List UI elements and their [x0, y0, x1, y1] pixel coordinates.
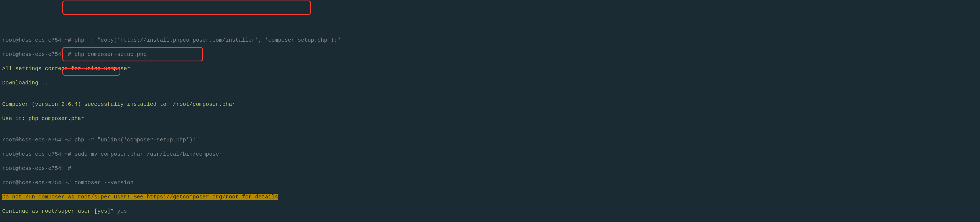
- terminal-line: root@hcss-ecs-e754:~# composer --version: [2, 179, 978, 186]
- shell-prompt: root@hcss-ecs-e754:~#: [2, 151, 71, 157]
- terminal-line: root@hcss-ecs-e754:~#: [2, 165, 978, 172]
- question-text: Continue as root/super user: [2, 208, 94, 214]
- output-line: Composer (version 2.6.4) successfully in…: [2, 101, 978, 108]
- terminal-output[interactable]: root@hcss-ecs-e754:~# php -r "copy('http…: [2, 30, 978, 222]
- output-line: All settings correct for using Composer: [2, 65, 978, 72]
- terminal-line: root@hcss-ecs-e754:~# php -r "unlink('co…: [2, 136, 978, 144]
- terminal-line: root@hcss-ecs-e754:~# php composer-setup…: [2, 51, 978, 58]
- command-text: php -r "copy('https://install.phpcompose…: [71, 37, 340, 43]
- command-text: sudo mv composer.phar /usr/local/bin/com…: [71, 151, 222, 157]
- default-value: [yes]: [94, 208, 111, 214]
- command-text: php composer-setup.php: [71, 51, 146, 57]
- command-text: php -r "unlink('composer-setup.php');": [71, 137, 199, 143]
- question-text: ?: [111, 208, 117, 214]
- output-line: Downloading...: [2, 80, 978, 86]
- terminal-line: root@hcss-ecs-e754:~# php -r "copy('http…: [2, 37, 978, 44]
- user-input: yes: [117, 208, 127, 214]
- terminal-line: root@hcss-ecs-e754:~# sudo mv composer.p…: [2, 151, 978, 158]
- shell-prompt: root@hcss-ecs-e754:~#: [2, 165, 71, 172]
- shell-prompt: root@hcss-ecs-e754:~#: [2, 137, 71, 143]
- warning-line: Do not run Composer as root/super user! …: [2, 193, 978, 201]
- output-line: Use it: php composer.phar: [2, 115, 978, 122]
- prompt-line: Continue as root/super user [yes]? yes: [2, 208, 978, 215]
- shell-prompt: root@hcss-ecs-e754:~#: [2, 51, 71, 57]
- command-text: composer --version: [71, 179, 134, 186]
- shell-prompt: root@hcss-ecs-e754:~#: [2, 179, 71, 186]
- annotation-box: [62, 0, 311, 15]
- warning-text: Do not run Composer as root/super user! …: [2, 194, 278, 200]
- shell-prompt: root@hcss-ecs-e754:~#: [2, 37, 71, 43]
